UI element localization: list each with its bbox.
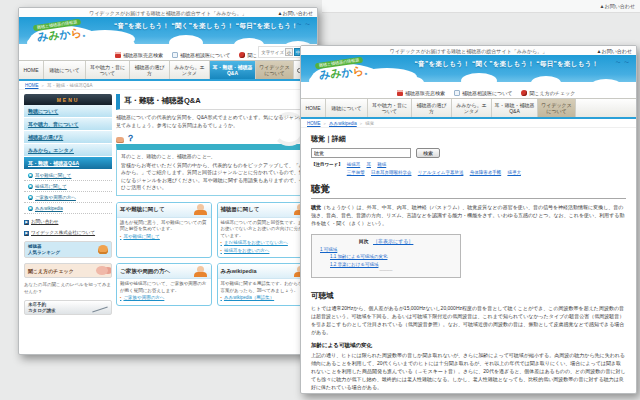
tab-home[interactable]: HOME bbox=[301, 99, 326, 117]
font-size-small-button[interactable]: 小 bbox=[285, 48, 293, 56]
tab-choosing-hearing-aid[interactable]: 補聴器の選び方 bbox=[130, 61, 170, 79]
card-title: みみwikipedia bbox=[221, 268, 257, 275]
backdrop-contact-link[interactable]: ▲お問い合わせ bbox=[600, 3, 635, 9]
doctor-icon bbox=[172, 52, 178, 58]
sidebar-item-hearing-loss[interactable]: 難聴について bbox=[24, 105, 112, 118]
qa-main-content: 耳・難聴・補聴器Q&A 補聴器についての代表的な質問を、Q&A形式でまとめていま… bbox=[116, 94, 312, 315]
site-tagline: “音”を楽しもう！ “聞く”を楽しもう！ “毎日”を楽しもう！ bbox=[387, 60, 626, 69]
visit-catalog-label: 来店予約カタログ請求 bbox=[28, 302, 55, 313]
contact-link[interactable]: ▲お問い合わせ bbox=[597, 48, 632, 54]
hotwords-list: 補聴器 耳 難聴 三半規管 日本耳鼻咽喉科学会 リアルタイム字幕放送 身体障害者… bbox=[347, 161, 526, 176]
toc-toggle-link[interactable]: ［非表示にする］ bbox=[373, 238, 413, 244]
toc-item[interactable]: 1.2 音楽における可聴域 bbox=[330, 261, 452, 268]
visit-catalog-banner[interactable]: 来店予約カタログ請求 bbox=[24, 300, 112, 315]
site-topbar: ワイデックスがお届けする難聴と補聴器の総合サイト「みみから。」 ▲お問い合わせ bbox=[301, 46, 636, 55]
hotword-link[interactable]: 身体障害者手帳 bbox=[470, 170, 502, 175]
consult-doctor-link[interactable]: 補聴器相談医について bbox=[454, 90, 512, 96]
hotword-link[interactable]: 難聴 bbox=[377, 162, 386, 167]
card-link[interactable]: ▪補聴器をお使いの方へ bbox=[221, 248, 309, 255]
tab-choosing-hearing-aid[interactable]: 補聴器の選び方 bbox=[412, 99, 452, 117]
lead-body: 皆様からお寄せいただく質問の中から、代表的なものをピックアップして、「みみから。… bbox=[121, 162, 304, 191]
sidebar-item-qa[interactable]: 耳・難聴・補聴器Q&A bbox=[24, 157, 112, 170]
tab-about-hearing-loss[interactable]: 難聴について bbox=[326, 99, 368, 117]
arrow-dot-icon: ▶ bbox=[28, 195, 33, 200]
toc-label: 目次 bbox=[359, 238, 369, 244]
tab-about-hearing-loss[interactable]: 難聴について bbox=[44, 61, 86, 79]
contact-link[interactable]: ▲お問い合わせ bbox=[278, 10, 313, 16]
site-logo[interactable]: 難聴と補聴器の情報源 みみから。 bbox=[27, 20, 107, 60]
hand-illustration bbox=[98, 245, 108, 254]
nav-filler bbox=[576, 99, 636, 117]
hotword-link[interactable]: 補聴器 bbox=[347, 162, 361, 167]
hotword-link[interactable]: 耳 bbox=[366, 162, 371, 167]
sidebar-sub-family[interactable]: ▶ご家族や周囲の方へ bbox=[24, 192, 112, 203]
sidebar-contact-link[interactable]: ▶お問い合わせ bbox=[24, 219, 112, 225]
square-arrow-icon: ▶ bbox=[24, 220, 29, 225]
toc-item[interactable]: 1.1 加齢による可聴域の変化 bbox=[330, 253, 452, 260]
sidebar-sub-wikipedia[interactable]: ▶みみwikipedia bbox=[24, 203, 112, 214]
site-tagline: “音”を楽しもう！ “聞く”を楽しもう！ “毎日”を楽しもう！ bbox=[105, 22, 307, 31]
hotword-link[interactable]: 日本耳鼻咽喉科学会 bbox=[371, 170, 412, 175]
tab-qa[interactable]: 耳・難聴・補聴器Q&A bbox=[492, 99, 538, 117]
family-illustration bbox=[193, 266, 208, 277]
breadcrumb: HOME ＞ みみwikipedia ＞ 聴覚 bbox=[301, 119, 636, 128]
breadcrumb-wikipedia[interactable]: みみwikipedia bbox=[329, 121, 357, 126]
breadcrumb-separator: ＞ bbox=[359, 121, 364, 126]
sidebar-item-choosing[interactable]: 補聴器の選び方 bbox=[24, 131, 112, 144]
hotwords-block: 【注目ワード】 補聴器 耳 難聴 三半規管 日本耳鼻咽喉科学会 リアルタイム字幕… bbox=[311, 161, 626, 176]
card-hearing-aids: 補聴器に関して 補聴器についての質問と回答集です。まだお使いでない方とお使いの方… bbox=[217, 202, 313, 259]
birds-icon: 〜 〜 bbox=[616, 59, 630, 65]
hotword-link[interactable]: リアルタイム字幕放送 bbox=[418, 170, 464, 175]
dictionary-search-input[interactable] bbox=[311, 148, 411, 158]
pen-illustration bbox=[92, 307, 108, 313]
hotword-link[interactable]: 三半規管 bbox=[347, 170, 365, 175]
dictionary-search-button[interactable]: 検索 bbox=[416, 148, 440, 158]
definition-term: 聴覚 bbox=[311, 204, 321, 210]
card-wikipedia: みみwikipedia 耳や難聴に関する用語集です。わからない言葉があったら、調… bbox=[217, 263, 313, 306]
sidebar-widex-link[interactable]: ▶ワイデックス株式会社について bbox=[24, 230, 112, 236]
section-heading-audible-range: 可聴域 bbox=[311, 291, 626, 301]
definition-paragraph: 聴覚（ちょうかく）は、外耳、中耳、内耳、聴神経（パスドラム）、聴覚皮質などの器官… bbox=[311, 203, 626, 227]
card-link[interactable]: ▪みみwikipedia（用語集） bbox=[221, 295, 309, 302]
link-bullet-icon: ▪ bbox=[120, 234, 121, 240]
breadcrumb-home[interactable]: HOME bbox=[307, 121, 321, 126]
tab-about-widex[interactable]: ワイデックスについて bbox=[538, 99, 576, 117]
tab-qa[interactable]: 耳・難聴・補聴器Q&A bbox=[210, 61, 256, 79]
tab-about-widex[interactable]: ワイデックスについて bbox=[256, 61, 294, 79]
card-link[interactable]: ▪耳や難聴に関して bbox=[120, 234, 208, 241]
sidebar-sub-ears[interactable]: ▶耳や難聴に関して bbox=[24, 170, 112, 181]
table-of-contents: 目次 ［非表示にする］ 1 可聴域 1.1 加齢による可聴域の変化 1.2 音楽… bbox=[311, 234, 461, 278]
hotword-link[interactable]: 聴導犬 bbox=[507, 170, 521, 175]
sidebar-item-entertainment[interactable]: みみから。エンタメ bbox=[24, 144, 112, 157]
wikipedia-article: 聴覚｜詳細 検索 【注目ワード】 補聴器 耳 難聴 三半規管 日本耳鼻咽喉科学会… bbox=[301, 128, 636, 394]
site-description: ワイデックスがお届けする難聴と補聴器の総合サイト「みみから。」 bbox=[390, 48, 547, 54]
hearing-check-banner[interactable]: 聞こえ方のチェック bbox=[24, 263, 112, 278]
tab-entertainment[interactable]: みみから。エンタメ bbox=[170, 61, 210, 79]
breadcrumb-current: 聴覚 bbox=[365, 121, 374, 126]
store-search-link[interactable]: 補聴器販売店検索 bbox=[115, 52, 163, 58]
card-family: ご家族や周囲の方へ 難聴や補聴器について、ご家族や周囲の方が抱く疑問にお答えしま… bbox=[116, 263, 212, 306]
toc-item[interactable]: 1 可聴域 bbox=[320, 246, 452, 253]
ranking-banner[interactable]: 補聴器人気ランキング bbox=[24, 241, 112, 258]
tab-home[interactable]: HOME bbox=[19, 61, 44, 79]
sidebar-sub-hearing-aids[interactable]: ▶補聴器に関して bbox=[24, 181, 112, 192]
lead-box: 耳のこと、難聴のこと、補聴器のこと─、 皆様からお寄せいただく質問の中から、代表… bbox=[116, 144, 312, 196]
card-title: 耳や難聴に関して bbox=[120, 206, 165, 213]
breadcrumb-home[interactable]: HOME bbox=[25, 83, 39, 88]
card-link[interactable]: ▪ご家族や周囲の方へ bbox=[120, 295, 208, 302]
sidebar-item-ears-sound[interactable]: 耳や聴力、音について bbox=[24, 118, 112, 131]
tab-ears-and-sound[interactable]: 耳や聴力・音について bbox=[86, 61, 130, 79]
hearing-check-link[interactable]: 聞こえ方のチェック bbox=[521, 90, 575, 96]
hearing-check-note: あなたの耳の聞こえのレベルを知ってみませんか？ bbox=[24, 282, 112, 295]
global-nav: HOME 難聴について 耳や聴力・音について 補聴器の選び方 みみから。エンタメ… bbox=[301, 98, 636, 119]
breadcrumb: HOME ＞ 耳・難聴・補聴器Q&A bbox=[19, 81, 317, 90]
person-illustration bbox=[193, 204, 208, 215]
consult-doctor-link[interactable]: 補聴器相談医について bbox=[172, 52, 230, 58]
site-logo[interactable]: 難聴と補聴器の情報源 みみから。 bbox=[309, 58, 389, 98]
tab-ears-and-sound[interactable]: 耳や聴力・音について bbox=[368, 99, 412, 117]
card-link[interactable]: ▪まだ補聴器をお使いでない方へ bbox=[221, 240, 309, 247]
tab-entertainment[interactable]: みみから。エンタメ bbox=[452, 99, 492, 117]
square-arrow-icon: ▶ bbox=[24, 231, 29, 236]
store-search-link[interactable]: 補聴器販売店検索 bbox=[397, 90, 445, 96]
arrow-dot-icon: ▶ bbox=[28, 206, 33, 211]
